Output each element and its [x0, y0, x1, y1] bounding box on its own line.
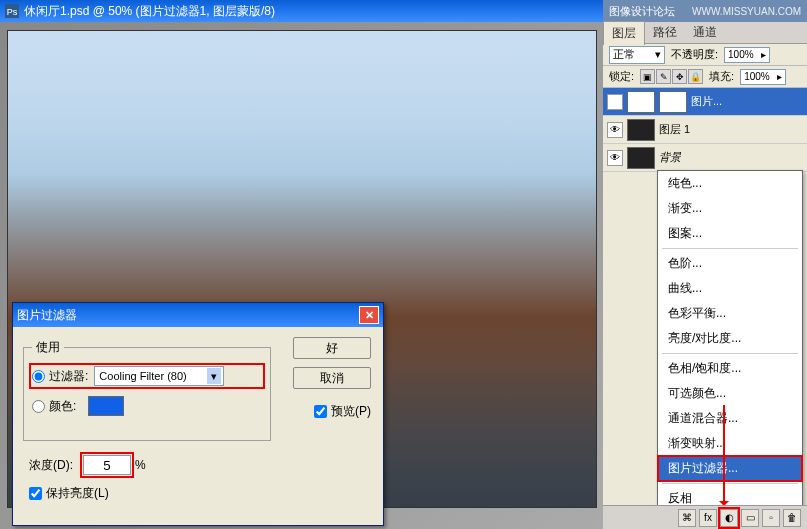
annotation-arrow: [723, 405, 725, 505]
new-layer-icon[interactable]: ▫: [762, 509, 780, 527]
layer-name: 图片...: [691, 94, 722, 109]
cancel-button[interactable]: 取消: [293, 367, 371, 389]
tab-channels[interactable]: 路径: [645, 21, 685, 44]
preview-checkbox[interactable]: [314, 405, 327, 418]
menu-item-photo-filter[interactable]: 图片过滤器...: [658, 456, 802, 481]
menu-item[interactable]: 可选颜色...: [658, 381, 802, 406]
adjustment-menu: 纯色... 渐变... 图案... 色阶... 曲线... 色彩平衡... 亮度…: [657, 170, 803, 529]
layer-name: 图层 1: [659, 122, 690, 137]
opacity-label: 不透明度:: [671, 47, 718, 62]
menu-item[interactable]: 图案...: [658, 221, 802, 246]
blend-opacity-row: 正常▾ 不透明度: 100%▸: [603, 44, 807, 66]
use-fieldset: 使用 过滤器: Cooling Filter (80) ▾ 颜色:: [23, 339, 271, 441]
opacity-input[interactable]: 100%▸: [724, 47, 770, 63]
folder-icon[interactable]: ▭: [741, 509, 759, 527]
menu-item[interactable]: 色阶...: [658, 251, 802, 276]
svg-text:Ps: Ps: [7, 7, 18, 17]
fx-icon[interactable]: fx: [699, 509, 717, 527]
eye-icon[interactable]: 👁: [607, 94, 623, 110]
layers-list: 👁 ◐ 图片... 👁 图层 1 👁 背景: [603, 88, 807, 172]
preview-row: 预览(P): [314, 403, 371, 420]
filter-radio[interactable]: [32, 370, 45, 383]
lock-fill-row: 锁定: ▣ ✎ ✥ 🔒 填充: 100%▸: [603, 66, 807, 88]
layer-thumb[interactable]: [627, 119, 655, 141]
mask-thumb[interactable]: [659, 91, 687, 113]
filter-label: 过滤器:: [49, 368, 88, 385]
dialog-buttons: 好 取消: [293, 337, 371, 389]
menu-item[interactable]: 纯色...: [658, 171, 802, 196]
color-radio[interactable]: [32, 400, 45, 413]
layer-thumb[interactable]: [627, 147, 655, 169]
lock-icons: ▣ ✎ ✥ 🔒: [640, 69, 703, 84]
lock-all-icon[interactable]: 🔒: [688, 69, 703, 84]
panels-area: 图像设计论坛 WWW.MISSYUAN.COM 图层 路径 通道 正常▾ 不透明…: [603, 0, 807, 529]
tab-layers[interactable]: 图层: [603, 21, 645, 45]
tab-paths[interactable]: 通道: [685, 21, 725, 44]
fill-label: 填充:: [709, 69, 734, 84]
close-icon[interactable]: ✕: [359, 306, 379, 324]
link-icon[interactable]: ⌘: [678, 509, 696, 527]
menu-item[interactable]: 色相/饱和度...: [658, 356, 802, 381]
filter-value: Cooling Filter (80): [99, 370, 186, 382]
adjustment-thumb[interactable]: ◐: [627, 91, 655, 113]
chevron-down-icon: ▾: [655, 48, 661, 61]
color-row: 颜色:: [32, 396, 262, 416]
filter-dropdown[interactable]: Cooling Filter (80) ▾: [94, 366, 224, 386]
preview-label: 预览(P): [331, 403, 371, 420]
preserve-luminosity-row: 保持亮度(L): [29, 485, 373, 502]
fieldset-legend: 使用: [32, 339, 64, 356]
panel-footer: ⌘ fx ◐ ▭ ▫ 🗑: [603, 505, 807, 529]
density-input[interactable]: [83, 455, 131, 475]
menu-item[interactable]: 色彩平衡...: [658, 301, 802, 326]
trash-icon[interactable]: 🗑: [783, 509, 801, 527]
lock-transparent-icon[interactable]: ▣: [640, 69, 655, 84]
dialog-titlebar[interactable]: 图片过滤器 ✕: [13, 303, 383, 327]
layer-row[interactable]: 👁 ◐ 图片...: [603, 88, 807, 116]
dialog-body: 使用 过滤器: Cooling Filter (80) ▾ 颜色: 浓度(D):…: [13, 327, 383, 510]
watermark: WWW.MISSYUAN.COM: [692, 6, 801, 17]
layer-row[interactable]: 👁 背景: [603, 144, 807, 172]
menu-item[interactable]: 亮度/对比度...: [658, 326, 802, 351]
panel-header-text: 图像设计论坛: [609, 4, 675, 19]
menu-item[interactable]: 曲线...: [658, 276, 802, 301]
panel-header: 图像设计论坛 WWW.MISSYUAN.COM: [603, 0, 807, 22]
preserve-luminosity-label: 保持亮度(L): [46, 485, 109, 502]
eye-icon[interactable]: 👁: [607, 150, 623, 166]
fill-input[interactable]: 100%▸: [740, 69, 786, 85]
blend-mode-dropdown[interactable]: 正常▾: [609, 46, 665, 64]
chevron-right-icon: ▸: [761, 49, 766, 60]
menu-item[interactable]: 通道混合器...: [658, 406, 802, 431]
eye-icon[interactable]: 👁: [607, 122, 623, 138]
color-swatch[interactable]: [88, 396, 124, 416]
layer-row[interactable]: 👁 图层 1: [603, 116, 807, 144]
preserve-luminosity-checkbox[interactable]: [29, 487, 42, 500]
lock-move-icon[interactable]: ✥: [672, 69, 687, 84]
menu-item[interactable]: 渐变映射...: [658, 431, 802, 456]
photo-filter-dialog: 图片过滤器 ✕ 使用 过滤器: Cooling Filter (80) ▾ 颜色…: [12, 302, 384, 526]
ps-file-icon: Ps: [4, 3, 20, 19]
menu-separator: [662, 353, 798, 354]
menu-separator: [662, 483, 798, 484]
density-label: 浓度(D):: [29, 457, 73, 474]
ok-button[interactable]: 好: [293, 337, 371, 359]
color-label: 颜色:: [49, 398, 76, 415]
layer-name: 背景: [659, 150, 681, 165]
dialog-title: 图片过滤器: [17, 307, 77, 324]
chevron-right-icon: ▸: [777, 71, 782, 82]
lock-label: 锁定:: [609, 69, 634, 84]
document-titlebar: Ps 休闲厅1.psd @ 50% (图片过滤器1, 图层蒙版/8): [0, 0, 603, 22]
density-row: 浓度(D): %: [29, 455, 373, 475]
filter-row: 过滤器: Cooling Filter (80) ▾: [32, 366, 262, 386]
adjustment-layer-icon[interactable]: ◐: [720, 509, 738, 527]
menu-item[interactable]: 渐变...: [658, 196, 802, 221]
chevron-down-icon: ▾: [207, 368, 221, 384]
document-title: 休闲厅1.psd @ 50% (图片过滤器1, 图层蒙版/8): [24, 3, 275, 20]
density-unit: %: [135, 458, 146, 472]
menu-separator: [662, 248, 798, 249]
lock-brush-icon[interactable]: ✎: [656, 69, 671, 84]
panel-tabs: 图层 路径 通道: [603, 22, 807, 44]
